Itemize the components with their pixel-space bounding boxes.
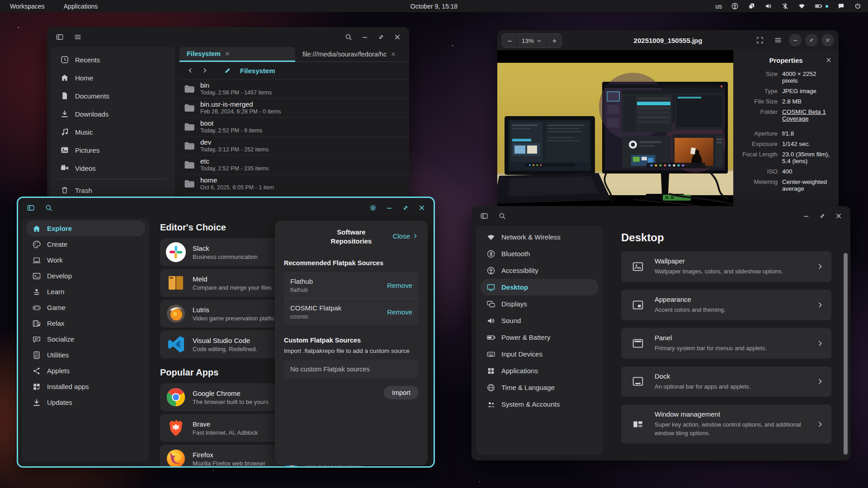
settings-row-appearance[interactable]: Appearance Accent colors and theming. [621,290,831,320]
settings-row-panel[interactable]: Panel Primary system bar for menus and a… [621,328,831,359]
folder-link[interactable]: COSMIC Beta 1 Coverage [782,108,832,122]
file-row[interactable]: etcToday, 2:52 PM - 235 items [179,155,409,174]
remove-link[interactable]: Remove [387,308,412,316]
clock-applet[interactable]: October 9, 15:18 [410,3,458,10]
applications-button[interactable]: Applications [64,3,98,10]
settings-item-power[interactable]: Power & Battery [480,329,599,346]
maximize-button[interactable] [805,34,818,47]
minimize-button[interactable] [358,30,372,44]
sidebar-item-pictures[interactable]: Pictures [54,141,171,159]
repo-name: COSMIC Flatpak [290,304,341,312]
store-item-explore[interactable]: Explore [26,221,145,236]
sidebar-toggle-button[interactable] [52,30,67,44]
speaker-icon [486,316,495,325]
zoom-level-dropdown[interactable]: 13% [517,34,547,47]
battery-applet[interactable] [815,2,828,10]
store-item-learn[interactable]: Learn [26,284,145,300]
import-button[interactable]: Import [384,386,419,399]
settings-item-system-accounts[interactable]: System & Accounts [480,396,599,413]
power-icon[interactable] [854,2,862,10]
store-item-applets[interactable]: Applets [26,363,145,379]
settings-item-time-language[interactable]: Time & Language [480,379,599,396]
settings-item-bluetooth[interactable]: Bluetooth [480,245,599,262]
sidebar-toggle-button[interactable] [477,209,491,223]
maximize-button[interactable] [374,30,388,44]
settings-gear-button[interactable] [366,201,380,215]
menu-button[interactable] [771,33,785,47]
settings-item-desktop[interactable]: Desktop [480,279,599,296]
file-row[interactable]: binToday, 2:56 PM - 1457 items [179,80,409,99]
close-button[interactable] [821,34,834,47]
minimize-button[interactable] [382,201,396,215]
store-item-develop[interactable]: Develop [26,268,145,284]
zoom-in-button[interactable] [547,34,561,47]
close-button[interactable] [415,201,429,215]
sidebar-item-downloads[interactable]: Downloads [54,105,171,123]
workspaces-button[interactable]: Workspaces [10,3,45,10]
tab-close-icon[interactable] [390,51,396,57]
file-row[interactable]: devToday, 3:12 PM - 252 items [179,136,409,155]
edit-path-button[interactable] [221,64,234,77]
accessibility-icon[interactable] [731,2,739,10]
store-item-relax[interactable]: Relax [26,315,145,331]
sidebar-item-documents[interactable]: Documents [54,87,171,105]
settings-item-input[interactable]: Input Devices [480,346,599,362]
sidebar-item-music[interactable]: Music [54,123,171,141]
forward-button[interactable] [198,64,211,77]
app-name: Meld [193,275,272,283]
store-item-socialize[interactable]: Socialize [26,331,145,347]
maximize-button[interactable] [815,209,830,223]
back-button[interactable] [184,64,197,77]
minimize-button[interactable] [799,209,813,223]
workspaces-overview-icon[interactable] [748,2,755,10]
store-item-game[interactable]: Game [26,300,145,315]
store-item-work[interactable]: Work [26,252,145,268]
settings-item-network[interactable]: Network & Wireless [480,229,599,245]
wifi-icon[interactable] [798,2,806,10]
folder-icon [184,103,195,113]
settings-label: Power & Battery [501,333,550,341]
file-row[interactable]: bootToday, 2:52 PM - 9 items [179,117,409,136]
settings-row-dock[interactable]: Dock An optional bar for apps and applet… [621,366,831,397]
search-button[interactable] [495,209,509,223]
settings-row-wallpaper[interactable]: Wallpaper Wallpaper images, colors, and … [621,251,831,282]
breadcrumb[interactable]: Filesystem [240,67,275,75]
store-item-updates[interactable]: Updates [26,394,145,410]
settings-item-accessibility[interactable]: Accessibility [480,262,599,279]
search-button[interactable] [341,30,356,44]
store-item-installed[interactable]: Installed apps [26,379,145,394]
close-button[interactable] [831,209,846,223]
tab-filesystem[interactable]: Filesystem [179,47,295,62]
row-title: Panel [655,334,767,342]
dialog-close-button[interactable]: Close [393,232,419,240]
search-button[interactable] [42,201,56,215]
maximize-button[interactable] [398,201,413,215]
close-button[interactable] [390,30,405,44]
zoom-out-button[interactable] [502,34,517,47]
files-titlebar [47,27,409,47]
file-row[interactable]: homeOct 6, 2025, 6:05 PM - 1 item [179,174,409,193]
settings-row-window-management[interactable]: Window management Super key action, wind… [621,404,831,444]
fullscreen-button[interactable] [753,33,767,47]
menu-button[interactable] [71,30,85,44]
settings-item-displays[interactable]: Displays [480,296,599,312]
sidebar-item-recents[interactable]: Recents [54,51,171,69]
settings-item-sound[interactable]: Sound [480,312,599,329]
bluetooth-off-icon[interactable] [781,2,789,10]
volume-icon[interactable] [764,2,772,10]
sidebar-toggle-button[interactable] [24,201,38,215]
tab-media-sourav[interactable]: file:///media/sourav/fedora/hc [295,47,409,62]
settings-item-applications[interactable]: Applications [480,362,599,379]
scrollbar[interactable] [844,253,848,455]
notifications-icon[interactable] [837,2,845,10]
store-item-utilities[interactable]: Utilities [26,347,145,363]
properties-close-icon[interactable] [825,56,832,64]
tab-close-icon[interactable] [224,51,231,57]
remove-link[interactable]: Remove [387,282,412,289]
sidebar-item-home[interactable]: Home [54,69,171,87]
store-item-create[interactable]: Create [26,236,145,252]
sidebar-item-videos[interactable]: Videos [54,159,171,177]
minimize-button[interactable] [789,34,802,47]
keyboard-layout-applet[interactable]: us [715,3,722,10]
file-row[interactable]: bin.usr-is-mergedFeb 26, 2024, 6:28 PM -… [179,99,409,117]
